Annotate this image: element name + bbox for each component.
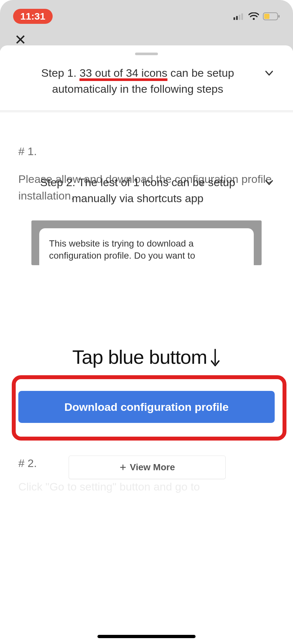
screen: 11:31 ✕ Step 1 bbox=[0, 0, 293, 644]
svg-rect-6 bbox=[278, 15, 280, 18]
tap-hint-overlay: Tap blue buttom bbox=[0, 346, 293, 368]
battery-icon bbox=[263, 12, 280, 20]
svg-rect-1 bbox=[236, 16, 238, 20]
profile-dialog-mock: This website is trying to download a con… bbox=[31, 220, 262, 266]
substep1-heading: # 1. bbox=[18, 145, 275, 158]
svg-rect-7 bbox=[264, 14, 269, 19]
profile-dialog-inner: This website is trying to download a con… bbox=[39, 228, 254, 266]
status-time-pill: 11:31 bbox=[13, 9, 53, 24]
step2-title: Step 2. The lest of 1 icons can be setup… bbox=[18, 174, 257, 207]
svg-rect-0 bbox=[233, 17, 235, 20]
tap-hint-text: Tap blue buttom bbox=[72, 346, 207, 368]
mock-line2: configuration profile. Do you want to bbox=[49, 250, 244, 262]
svg-rect-3 bbox=[241, 13, 243, 20]
view-more-label: View More bbox=[130, 462, 175, 473]
step1-prefix: Step 1. bbox=[41, 67, 79, 79]
chevron-down-icon[interactable] bbox=[264, 68, 275, 79]
mock-line1: This website is trying to download a bbox=[49, 237, 244, 250]
wifi-icon bbox=[249, 12, 259, 20]
step1-title: Step 1. 33 out of 34 icons can be setup … bbox=[18, 65, 257, 97]
view-more-button[interactable]: View More bbox=[69, 456, 226, 479]
svg-point-4 bbox=[253, 18, 255, 20]
substep2-faded-text: Click "Go to setting" button and go to bbox=[18, 480, 200, 493]
sheet-grabber[interactable] bbox=[135, 53, 158, 55]
chevron-down-icon[interactable] bbox=[264, 177, 275, 188]
step2-header[interactable]: Step 2. The lest of 1 icons can be setup… bbox=[18, 174, 275, 207]
step1-underlined: 33 out of 34 icons bbox=[79, 67, 167, 79]
home-indicator[interactable] bbox=[97, 635, 196, 638]
step1-header[interactable]: Step 1. 33 out of 34 icons can be setup … bbox=[0, 65, 293, 110]
close-icon[interactable]: ✕ bbox=[14, 33, 26, 47]
cellular-icon bbox=[233, 13, 245, 20]
status-right bbox=[233, 12, 280, 20]
plus-icon bbox=[119, 464, 127, 471]
download-profile-button[interactable]: Download configuration profile bbox=[18, 391, 275, 423]
status-bar: 11:31 bbox=[0, 0, 293, 33]
arrow-down-icon bbox=[210, 347, 221, 367]
svg-rect-2 bbox=[239, 15, 240, 20]
sheet: Step 1. 33 out of 34 icons can be setup … bbox=[0, 45, 293, 265]
